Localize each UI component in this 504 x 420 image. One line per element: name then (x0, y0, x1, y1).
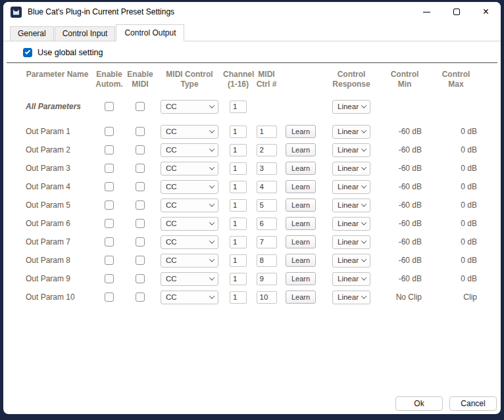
response-select[interactable]: Linear (332, 198, 370, 212)
midi-type-select[interactable]: CC (161, 272, 218, 286)
midi-type-select[interactable]: CC (161, 235, 218, 249)
dialog-footer: Ok Cancel (395, 396, 497, 411)
enable-autom-checkbox[interactable] (105, 182, 114, 191)
midi-type-select[interactable]: CC (161, 162, 218, 175)
midi-type-select[interactable]: CC (161, 217, 218, 231)
response-select[interactable]: Linear (332, 217, 370, 231)
midi-ctrl-input[interactable] (257, 126, 277, 138)
midi-ctrl-input[interactable] (257, 254, 277, 267)
learn-button[interactable]: Learn (286, 143, 316, 156)
chevron-down-icon (361, 238, 366, 243)
col-channel: Channel(1-16) (223, 70, 253, 89)
learn-button[interactable]: Learn (286, 254, 316, 267)
enable-autom-checkbox[interactable] (105, 292, 114, 302)
response-select[interactable]: Linear (332, 254, 370, 268)
enable-autom-checkbox[interactable] (105, 274, 114, 283)
midi-type-select[interactable]: CC (161, 291, 218, 304)
midi-ctrl-input[interactable] (257, 218, 277, 230)
learn-button[interactable]: Learn (286, 180, 316, 193)
midi-type-select[interactable]: CC (161, 198, 218, 212)
response-select[interactable]: Linear (332, 143, 370, 157)
ok-button[interactable]: Ok (395, 396, 443, 411)
chevron-down-icon (209, 220, 214, 225)
enable-midi-checkbox[interactable] (136, 219, 145, 228)
enable-midi-checkbox[interactable] (136, 292, 145, 302)
maximize-button[interactable] (441, 2, 471, 22)
enable-autom-checkbox[interactable] (105, 200, 114, 210)
midi-type-select[interactable]: CC (161, 180, 218, 194)
col-midi-control-type: MIDI ControlType (156, 70, 223, 89)
minimize-button[interactable] (412, 2, 441, 22)
channel-input[interactable] (230, 144, 247, 156)
midi-type-select[interactable]: CC (161, 125, 218, 139)
enable-midi-checkbox[interactable] (136, 145, 145, 154)
all-midi-type-select[interactable]: CC (161, 100, 218, 114)
midi-ctrl-input[interactable] (257, 181, 277, 193)
response-select[interactable]: Linear (332, 291, 370, 304)
response-select[interactable]: Linear (332, 272, 370, 286)
learn-button[interactable]: Learn (286, 235, 316, 248)
enable-midi-checkbox[interactable] (136, 200, 145, 210)
midi-type-select[interactable]: CC (161, 254, 218, 268)
enable-midi-checkbox[interactable] (136, 164, 145, 173)
learn-button[interactable]: Learn (286, 198, 316, 212)
control-max-value: 0 dB (428, 200, 484, 210)
channel-input[interactable] (230, 254, 247, 267)
midi-ctrl-input[interactable] (257, 291, 277, 304)
tab-control-input[interactable]: Control Input (55, 26, 116, 41)
select-value: CC (166, 238, 177, 246)
response-select[interactable]: Linear (332, 125, 370, 139)
enable-midi-checkbox[interactable] (136, 256, 145, 265)
select-value: CC (166, 293, 177, 301)
enable-midi-checkbox[interactable] (136, 127, 145, 136)
channel-input[interactable] (230, 218, 247, 230)
tab-control-output[interactable]: Control Output (116, 24, 184, 41)
all-enable-midi-checkbox[interactable] (136, 102, 145, 111)
enable-autom-checkbox[interactable] (105, 219, 114, 228)
select-value: CC (166, 164, 177, 172)
channel-input[interactable] (230, 199, 247, 212)
response-select[interactable]: Linear (332, 235, 370, 249)
channel-input[interactable] (230, 273, 247, 285)
all-channel-input[interactable] (230, 101, 247, 113)
tab-general[interactable]: General (10, 26, 54, 41)
enable-midi-checkbox[interactable] (136, 274, 145, 283)
cancel-button[interactable]: Cancel (449, 396, 497, 411)
enable-autom-checkbox[interactable] (105, 256, 114, 265)
learn-button[interactable]: Learn (286, 217, 316, 230)
enable-midi-checkbox[interactable] (136, 237, 145, 246)
enable-autom-checkbox[interactable] (105, 164, 114, 173)
midi-type-select[interactable]: CC (161, 143, 218, 157)
response-select[interactable]: Linear (332, 162, 370, 175)
close-button[interactable]: × (471, 2, 501, 22)
enable-midi-checkbox[interactable] (136, 182, 145, 191)
learn-button[interactable]: Learn (286, 125, 316, 138)
select-value: Linear (338, 256, 359, 264)
param-name: Out Param 6 (20, 219, 94, 228)
channel-input[interactable] (230, 291, 247, 304)
all-enable-autom-checkbox[interactable] (105, 102, 114, 111)
midi-ctrl-input[interactable] (257, 236, 277, 248)
control-min-value: -60 dB (381, 200, 428, 210)
channel-input[interactable] (230, 236, 247, 248)
midi-ctrl-input[interactable] (257, 199, 277, 212)
response-select[interactable]: Linear (332, 180, 370, 194)
enable-autom-checkbox[interactable] (105, 145, 114, 154)
use-global-setting-checkbox[interactable] (23, 48, 32, 57)
midi-ctrl-input[interactable] (257, 144, 277, 156)
channel-input[interactable] (230, 162, 247, 175)
control-min-value: -60 dB (381, 127, 428, 136)
channel-input[interactable] (230, 126, 247, 138)
select-value: Linear (338, 293, 359, 301)
control-min-value: No Clip (381, 292, 428, 302)
channel-input[interactable] (230, 181, 247, 193)
app-icon[interactable] (11, 7, 22, 18)
learn-button[interactable]: Learn (286, 162, 316, 175)
enable-autom-checkbox[interactable] (105, 127, 114, 136)
midi-ctrl-input[interactable] (257, 273, 277, 285)
all-response-select[interactable]: Linear (332, 100, 370, 114)
learn-button[interactable]: Learn (286, 291, 316, 304)
learn-button[interactable]: Learn (286, 272, 316, 285)
enable-autom-checkbox[interactable] (105, 237, 114, 246)
midi-ctrl-input[interactable] (257, 162, 277, 175)
